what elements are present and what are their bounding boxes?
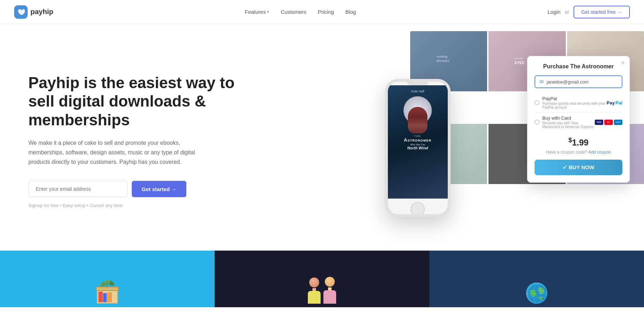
logo-icon [14,5,28,19]
nav-links: Features ▾ Customers Pricing Blog [245,9,356,15]
hero-email-input[interactable] [28,181,128,197]
paypal-option[interactable]: PayPal Purchase quickly and securely wit… [535,93,622,113]
hero-meta: Signup for free • Easy setup • Cancel an… [28,203,241,208]
coupon-link[interactable]: Add coupon [588,150,611,155]
svg-text:EYES: EYES [515,61,524,65]
nav-features[interactable]: Features ▾ [245,9,269,15]
nav-right: Login or Get started free → [548,6,630,18]
nav-or-separator: or [565,9,569,15]
get-started-nav-button[interactable]: Get started free → [574,6,630,18]
modal-email-field[interactable]: ✉ janedoe@gmail.com [535,75,622,88]
bottom-banner [0,251,644,307]
paypal-logo: PayPal [606,100,622,105]
phone-notch [407,82,428,85]
card-desc: Securely pay with Visa, Mastercard or Am… [542,121,595,129]
hero-form: Get started → [28,181,241,197]
card-icons: VISA MC AMEX [595,120,622,125]
card-label: Buy with Card [542,115,595,121]
paypal-desc: Purchase quickly and securely with your … [542,102,606,109]
chevron-down-icon: ▾ [267,10,269,14]
login-link[interactable]: Login [548,9,561,15]
modal-close-icon[interactable]: × [621,60,625,66]
brand-name: payhip [30,8,53,16]
people-icon [308,277,336,304]
hero-section: Payhip is the easiest way to sell digita… [0,24,644,251]
banner-section-1 [0,251,215,307]
buy-now-button[interactable]: ✓ BUY NOW [535,160,622,175]
card-radio[interactable] [535,120,540,125]
card-option[interactable]: Buy with Card Securely pay with Visa, Ma… [535,113,622,132]
hero-right: HuntingMonsters IN HEREYES Mrs. Yaga Kat… [241,52,616,229]
modal-price: $1.99 [535,137,622,148]
paypal-radio[interactable] [535,100,540,105]
nav-pricing[interactable]: Pricing [318,9,334,15]
banner-section-2 [215,251,429,307]
purchase-modal: × Purchase The Astronomer ✉ janedoe@gmai… [527,56,630,183]
phone-screen: Kate Hall THE Astronomer Who Met The Nor… [388,85,448,199]
svg-point-0 [19,10,21,12]
mastercard-icon: MC [604,120,613,125]
hero-get-started-button[interactable]: Get started → [132,181,186,197]
email-icon: ✉ [540,79,544,85]
modal-email-value: janedoe@gmail.com [547,79,589,85]
svg-text:Monsters: Monsters [436,59,450,63]
hero-left: Payhip is the easiest way to sell digita… [28,74,241,208]
banner-section-3 [429,251,644,307]
globe-icon [526,282,547,304]
box-icon [95,279,120,304]
amex-icon: AMEX [614,120,622,125]
svg-text:Hunting: Hunting [436,55,447,58]
nav-blog[interactable]: Blog [345,9,356,15]
hero-title: Payhip is the easiest way to sell digita… [28,74,241,130]
hero-subtitle: We make it a piece of cake to sell and p… [28,138,213,167]
book-author: Kate Hall [391,90,444,93]
navbar: payhip Features ▾ Customers Pricing Blog… [0,0,644,24]
nav-customers[interactable]: Customers [281,9,306,15]
phone-mockup: Kate Hall THE Astronomer Who Met The Nor… [385,79,451,217]
phone-home-button [411,202,425,216]
coupon-line: Have a coupon code? Add coupon [535,150,622,155]
visa-icon: VISA [595,120,603,125]
logo[interactable]: payhip [14,5,53,19]
svg-text:IN HER: IN HER [515,57,523,60]
paypal-label: PayPal [542,96,606,101]
modal-title: Purchase The Astronomer [535,63,622,70]
